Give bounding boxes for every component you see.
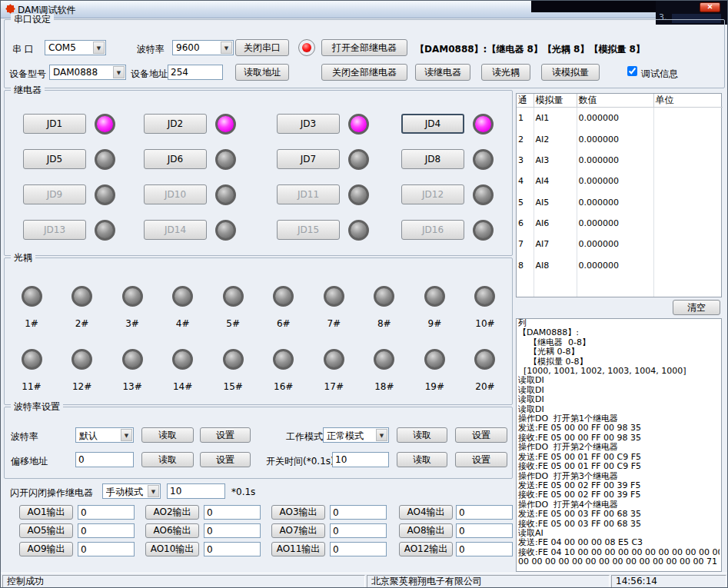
table-cell: 5 [517, 192, 534, 213]
opto-cell: 16# [268, 349, 300, 392]
relay-button-jd14[interactable]: JD14 [144, 220, 207, 240]
table-cell [653, 171, 723, 191]
open-all-relays-button[interactable]: 打开全部继电器 [321, 39, 407, 56]
ao-output-button[interactable]: AO8输出 [399, 523, 453, 538]
ao-output-input[interactable] [456, 523, 513, 538]
relay-button-jd13[interactable]: JD13 [23, 220, 86, 240]
relay-button-jd12[interactable]: JD12 [401, 184, 464, 204]
log-line: [1000, 1001, 1002, 1003, 1004, 1000] [518, 367, 720, 376]
opto-label: 15# [224, 381, 243, 392]
flash-mode-select[interactable]: 手动模式 ▼ [102, 483, 161, 499]
ao-output-button[interactable]: AO1输出 [19, 505, 73, 520]
work-mode-read-button[interactable]: 读取 [397, 427, 447, 443]
opto-label: 13# [122, 381, 141, 392]
device-model-select[interactable]: DAM0888 ▼ [49, 65, 126, 80]
ao-output-button[interactable]: AO6输出 [145, 523, 199, 538]
device-address-input[interactable] [168, 65, 223, 80]
relay-button-jd10[interactable]: JD10 [144, 184, 207, 204]
relay-button-jd11[interactable]: JD11 [277, 184, 340, 204]
clear-button[interactable]: 清空 [673, 300, 720, 315]
log-line: 00 00 00 00 00 00 00 00 00 00 00 00 00 0… [518, 557, 720, 566]
opto-led-icon [424, 286, 445, 307]
baudrate-select[interactable]: 9600 ▼ [172, 40, 234, 55]
ao-output-input[interactable] [456, 505, 513, 520]
ao-output-button[interactable]: AO5输出 [19, 523, 73, 538]
ao-output-input[interactable] [456, 542, 513, 556]
close-serial-button[interactable]: 关闭串口 [235, 39, 289, 56]
flash-time-input[interactable] [167, 483, 225, 499]
close-button[interactable]: ✕ [700, 2, 720, 12]
read-relay-button[interactable]: 读继电器 [415, 64, 470, 81]
table-row: 3AI30.000000 [517, 150, 723, 171]
col-header-unit: 单位 [653, 94, 723, 108]
relay-button-jd8[interactable]: JD8 [401, 149, 464, 169]
log-line: 接收:FE 05 00 02 FF 00 39 F5 [518, 490, 720, 500]
opto-cell: 11# [15, 349, 48, 392]
relay-button-jd7[interactable]: JD7 [277, 149, 340, 169]
relay-led-icon [215, 184, 236, 205]
ao-output-input[interactable] [204, 505, 261, 520]
baud-setting-select[interactable]: 默认 ▼ [75, 427, 134, 443]
opto-label: 5# [226, 318, 240, 329]
opto-label: 17# [324, 381, 344, 392]
status-bar: 控制成功 北京聚英翱翔电子有限公司 14:56:14 [1, 573, 728, 588]
relay-cell: JD16 [401, 220, 498, 241]
baudrate-select-value: 9600 [176, 42, 220, 53]
relay-button-jd3[interactable]: JD3 [277, 114, 340, 134]
relay-button-jd9[interactable]: JD9 [23, 184, 86, 204]
opto-label: 18# [374, 381, 394, 392]
read-opto-button[interactable]: 读光耦 [481, 64, 530, 81]
relay-button-jd16[interactable]: JD16 [401, 220, 464, 240]
ao-output-input[interactable] [78, 505, 135, 520]
ao-output-button[interactable]: AO12输出 [399, 542, 453, 556]
opto-label: 12# [72, 381, 91, 392]
table-cell: 1 [517, 108, 534, 129]
ao-output-input[interactable] [204, 523, 261, 538]
log-area[interactable]: 列【DAM0888】: 【继电器 0-8】 【光耦 0-8】 【模拟量 0-8】… [516, 318, 722, 572]
close-all-relays-button[interactable]: 关闭全部继电器 [321, 64, 407, 81]
relay-button-jd5[interactable]: JD5 [23, 149, 86, 169]
opto-label: 8# [377, 318, 391, 329]
read-analog-button[interactable]: 读模拟量 [541, 64, 600, 81]
ao-output-button[interactable]: AO3输出 [271, 505, 325, 520]
ao-output-button[interactable]: AO9输出 [19, 542, 73, 556]
ao-output-button[interactable]: AO10输出 [145, 542, 199, 556]
baud-read-button[interactable]: 读取 [141, 427, 194, 443]
opto-label: 9# [428, 318, 442, 329]
relay-button-jd6[interactable]: JD6 [144, 149, 207, 169]
relay-button-jd2[interactable]: JD2 [144, 114, 207, 134]
debug-info-checkbox[interactable] [627, 66, 637, 76]
ao-output-input[interactable] [330, 505, 387, 520]
opto-group: 光耦 1#2#3#4#5#6#7#8#9#10# 11#12#13#14#15#… [4, 257, 513, 405]
baud-setting-label: 波特率 [11, 430, 38, 443]
relay-button-jd4[interactable]: JD4 [401, 114, 464, 134]
table-row: 5AI50.000000 [517, 192, 723, 213]
switch-time-set-button[interactable]: 设置 [455, 452, 507, 467]
ao-output-input[interactable] [204, 542, 261, 556]
switch-time-read-button[interactable]: 读取 [397, 452, 447, 467]
read-address-button[interactable]: 读取地址 [235, 64, 289, 81]
offset-read-button[interactable]: 读取 [141, 452, 194, 467]
relay-button-jd1[interactable]: JD1 [23, 114, 86, 134]
offset-address-input[interactable] [75, 452, 134, 467]
ao-output-button[interactable]: AO11输出 [271, 542, 325, 556]
ao-output-button[interactable]: AO2输出 [145, 505, 199, 520]
work-mode-label: 工作模式 [286, 430, 323, 443]
ao-output-input[interactable] [78, 523, 135, 538]
opto-cell: 3# [116, 286, 148, 329]
offset-set-button[interactable]: 设置 [200, 452, 251, 467]
baud-set-button[interactable]: 设置 [200, 427, 251, 443]
ao-output-input[interactable] [78, 542, 135, 556]
ao-output-input[interactable] [330, 542, 387, 556]
log-line: 操作DO 打开第4个继电器 [518, 500, 720, 510]
ao-output-input[interactable] [330, 523, 387, 538]
ao-output-button[interactable]: AO7输出 [271, 523, 325, 538]
port-select[interactable]: COM5 ▼ [45, 40, 106, 55]
work-mode-select[interactable]: 正常模式 ▼ [323, 427, 389, 443]
status-message: 控制成功 [2, 575, 365, 588]
ao-output-button[interactable]: AO4输出 [399, 505, 453, 520]
switch-time-input[interactable] [332, 452, 389, 467]
relay-button-jd15[interactable]: JD15 [277, 220, 340, 240]
opto-led-icon [223, 286, 244, 307]
work-mode-set-button[interactable]: 设置 [455, 427, 507, 443]
